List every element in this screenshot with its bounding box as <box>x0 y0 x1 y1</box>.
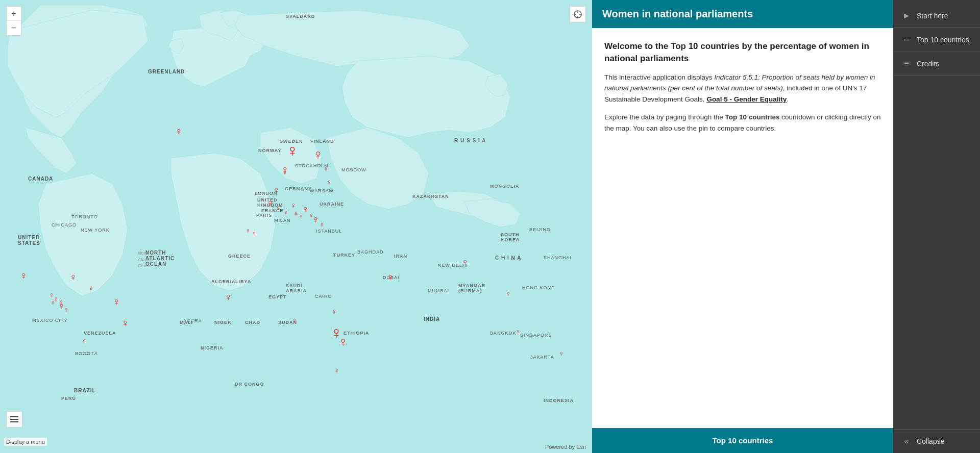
panel-footer: Top 10 countries <box>592 428 893 453</box>
hamburger-icon <box>10 416 18 423</box>
panel-header: Women in national parliaments <box>592 0 893 28</box>
sidebar-item-start-here[interactable]: ► Start here <box>893 4 980 28</box>
sidebar-nav: ► Start here ↔ Top 10 countries ≡ Credit… <box>893 0 980 453</box>
welcome-text-1: This interactive application displays In… <box>604 72 881 105</box>
display-menu-label: Display a menu <box>4 438 47 446</box>
play-icon: ► <box>901 11 912 20</box>
collapse-icon: « <box>901 437 912 446</box>
top10-bold: Top 10 countries <box>725 113 779 121</box>
sidebar-item-collapse[interactable]: « Collapse <box>893 429 980 453</box>
sidebar-label-start-here: Start here <box>917 12 948 20</box>
body-text-3: . <box>787 95 789 103</box>
goal5-link[interactable]: Goal 5 - Gender Equality <box>706 95 787 103</box>
welcome-text-2: Explore the data by paging through the T… <box>604 112 881 134</box>
panel-body: Welcome to the Top 10 countries by the p… <box>592 28 893 428</box>
compass-icon <box>573 10 582 19</box>
sidebar-item-credits[interactable]: ≡ Credits <box>893 52 980 76</box>
explore-text-1: Explore the data by paging through the <box>604 113 725 121</box>
sidebar-item-top10[interactable]: ↔ Top 10 countries <box>893 28 980 52</box>
credits-icon: ≡ <box>901 59 912 68</box>
body-text-1: This interactive application displays <box>604 73 714 81</box>
arrows-icon: ↔ <box>901 35 912 44</box>
map-container[interactable]: GREENLAND CANADA UNITEDSTATES R U S S I … <box>0 0 592 453</box>
zoom-out-button[interactable]: − <box>7 21 21 35</box>
menu-button[interactable] <box>6 411 22 427</box>
zoom-in-button[interactable]: + <box>7 7 21 21</box>
top10-countries-button[interactable]: Top 10 countries <box>592 428 893 453</box>
right-panel: Women in national parliaments Welcome to… <box>592 0 980 453</box>
esri-attribution: Powered by Esri <box>545 444 586 450</box>
zoom-controls: + − <box>6 6 21 36</box>
sidebar-label-credits: Credits <box>917 60 939 68</box>
content-panel: Women in national parliaments Welcome to… <box>592 0 893 453</box>
panel-title: Women in national parliaments <box>602 8 753 19</box>
welcome-heading: Welcome to the Top 10 countries by the p… <box>604 40 881 65</box>
sidebar-label-top10: Top 10 countries <box>917 36 969 44</box>
sidebar-label-collapse: Collapse <box>917 437 944 445</box>
compass-reset-button[interactable] <box>570 6 586 22</box>
